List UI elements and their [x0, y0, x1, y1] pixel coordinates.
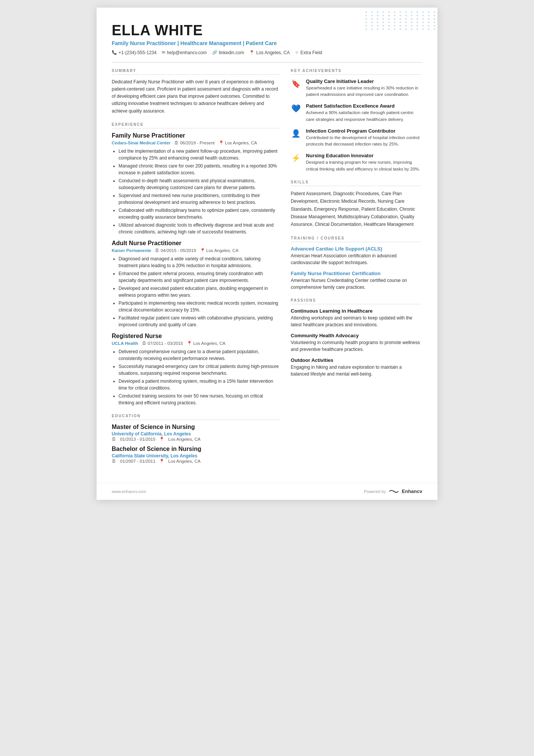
bullet-item: Managed chronic illness care for over 20… [119, 163, 279, 176]
achievement-2-content: Patient Satisfaction Excellence Award Ac… [306, 103, 421, 123]
page-footer: www.enhancv.com Powered by Enhancv [97, 483, 437, 500]
phone-contact: 📞 +1-(234)-555-1234 [112, 50, 156, 55]
job-3-company: UCLA Health [112, 341, 138, 346]
degree-1-meta: 🗓 01/2013 - 01/2015 📍 Los Angeles, CA [112, 437, 279, 442]
passion-2: Community Health Advocacy Volunteering i… [291, 333, 421, 353]
training-section-title: TRAINING / COURSES [291, 236, 421, 242]
pin-icon-edu1: 📍 [159, 437, 164, 442]
degree-2-title: Bachelor of Science in Nursing [112, 446, 279, 452]
candidate-name: ELLA WHITE [112, 23, 422, 39]
summary-section-title: SUMMARY [112, 69, 279, 75]
job-2-title: Adult Nurse Practitioner [112, 240, 279, 247]
training-2-title: Family Nurse Practitioner Certification [291, 271, 421, 276]
training-2-desc: American Nurses Credentialing Center cer… [291, 277, 421, 291]
pin-icon-edu2: 📍 [159, 459, 164, 464]
header-divider [112, 62, 422, 63]
bolt-icon: ⚡ [291, 154, 301, 162]
pin-icon-3: 📍 [187, 341, 192, 346]
achievement-1-content: Quality Care Initiative Leader Spearhead… [306, 78, 421, 98]
training-1: Advanced Cardiac Life Support (ACLS) Ame… [291, 246, 421, 266]
job-3-location: 📍 Los Angeles, CA [187, 341, 225, 346]
skills-section: SKILLS Patient Assessment, Diagnostic Pr… [291, 180, 421, 229]
bookmark-icon: 🔖 [291, 80, 301, 88]
experience-section: EXPERIENCE Family Nurse Practitioner Ced… [112, 122, 279, 406]
bullet-item: Conducted training sessions for over 50 … [119, 393, 279, 406]
achievement-2: 💙 Patient Satisfaction Excellence Award … [291, 103, 421, 123]
achievement-1: 🔖 Quality Care Initiative Leader Spearhe… [291, 78, 421, 98]
achievement-1-icon-wrap: 🔖 [291, 78, 301, 89]
location-contact: 📍 Los Angeles, CA [249, 50, 290, 55]
achievement-2-title: Patient Satisfaction Excellence Award [306, 103, 421, 109]
candidate-title: Family Nurse Practitioner | Healthcare M… [112, 40, 422, 46]
achievement-3: 👤 Infection Control Program Contributor … [291, 128, 421, 148]
skills-section-title: SKILLS [291, 180, 421, 186]
training-2: Family Nurse Practitioner Certification … [291, 271, 421, 291]
degree-2: Bachelor of Science in Nursing Californi… [112, 446, 279, 464]
achievement-4-content: Nursing Education Innovator Designed a t… [306, 153, 421, 172]
email-icon: ✉ [162, 50, 165, 55]
job-2-date: 🗓 04/2015 - 05/2019 [155, 248, 196, 253]
header: ELLA WHITE Family Nurse Practitioner | H… [112, 23, 422, 55]
bullet-item: Enhanced the patient referral process, e… [119, 270, 279, 284]
bullet-item: Delivered comprehensive nursing care to … [119, 348, 279, 362]
achievements-section: KEY ACHIEVEMENTS 🔖 Quality Care Initiati… [291, 69, 421, 172]
heart-icon: 💙 [291, 105, 301, 112]
job-3-bullets: Delivered comprehensive nursing care to … [112, 348, 279, 406]
job-3-title: Registered Nurse [112, 333, 279, 340]
bullet-item: Supervised and mentored new nurse practi… [119, 192, 279, 206]
achievement-3-desc: Contributed to the development of hospit… [306, 135, 421, 148]
achievement-2-icon-wrap: 💙 [291, 103, 301, 114]
left-column: SUMMARY Dedicated Family Nurse Practitio… [112, 69, 279, 471]
job-2-bullets: Diagnosed and managed a wide variety of … [112, 255, 279, 328]
calendar-icon-2: 🗓 [155, 248, 159, 253]
achievement-4-desc: Designed a training program for new nurs… [306, 159, 421, 172]
pin-icon-2: 📍 [200, 248, 205, 253]
job-1-meta: Cedars-Sinai Medical Center 🗓 06/2019 - … [112, 140, 279, 146]
pin-icon-1: 📍 [219, 140, 224, 146]
bullet-item: Led the implementation of a new patient … [119, 148, 279, 161]
svg-point-0 [393, 490, 395, 492]
calendar-icon-edu2: 🗓 [112, 459, 116, 463]
degree-1-title: Master of Science in Nursing [112, 424, 279, 430]
bullet-item: Facilitated regular patient care reviews… [119, 315, 279, 328]
achievement-1-title: Quality Care Initiative Leader [306, 78, 421, 84]
degree-1: Master of Science in Nursing University … [112, 424, 279, 442]
footer-logo-text: Enhancv [402, 488, 422, 494]
footer-powered-by: Powered by Enhancv [364, 488, 422, 495]
job-2-location: 📍 Los Angeles, CA [200, 248, 239, 253]
calendar-icon-3: 🗓 [142, 341, 147, 346]
achievement-4: ⚡ Nursing Education Innovator Designed a… [291, 153, 421, 172]
passions-section: PASSIONS Continuous Learning in Healthca… [291, 298, 421, 377]
job-2-company: Kaiser Permanente [112, 248, 151, 253]
footer-url: www.enhancv.com [112, 489, 146, 494]
achievement-4-icon-wrap: ⚡ [291, 153, 301, 163]
job-3-date: 🗓 07/2011 - 03/2015 [142, 341, 183, 346]
achievement-3-icon-wrap: 👤 [291, 128, 301, 139]
experience-section-title: EXPERIENCE [112, 122, 279, 128]
job-1: Family Nurse Practitioner Cedars-Sinai M… [112, 132, 279, 235]
bullet-item: Collaborated with multidisciplinary team… [119, 207, 279, 221]
achievement-1-desc: Spearheaded a care initiative resulting … [306, 85, 421, 98]
extra-field: ☆ Extra Field [295, 50, 322, 55]
achievement-3-content: Infection Control Program Contributor Co… [306, 128, 421, 148]
bullet-item: Diagnosed and managed a wide variety of … [119, 255, 279, 269]
email-contact: ✉ help@enhancv.com [162, 50, 206, 55]
passion-3-title: Outdoor Activities [291, 357, 421, 363]
passion-1-title: Continuous Learning in Healthcare [291, 308, 421, 314]
job-3: Registered Nurse UCLA Health 🗓 07/2011 -… [112, 333, 279, 406]
passion-1-desc: Attending workshops and seminars to keep… [291, 315, 421, 328]
passion-3: Outdoor Activities Engaging in hiking an… [291, 357, 421, 377]
bullet-item: Participated in implementing new electro… [119, 300, 279, 313]
star-icon: ☆ [295, 50, 299, 55]
right-column: KEY ACHIEVEMENTS 🔖 Quality Care Initiati… [291, 69, 421, 471]
job-2-meta: Kaiser Permanente 🗓 04/2015 - 05/2019 📍 … [112, 248, 279, 253]
training-section: TRAINING / COURSES Advanced Cardiac Life… [291, 236, 421, 291]
job-3-meta: UCLA Health 🗓 07/2011 - 03/2015 📍 Los An… [112, 341, 279, 346]
degree-1-school: University of California, Los Angeles [112, 431, 279, 437]
training-1-title: Advanced Cardiac Life Support (ACLS) [291, 246, 421, 252]
achievements-section-title: KEY ACHIEVEMENTS [291, 69, 421, 75]
job-1-bullets: Led the implementation of a new patient … [112, 148, 279, 235]
linkedin-icon: 🔗 [212, 50, 217, 55]
bullet-item: Successfully managed emergency care for … [119, 363, 279, 377]
job-1-location: 📍 Los Angeles, CA [219, 140, 257, 146]
